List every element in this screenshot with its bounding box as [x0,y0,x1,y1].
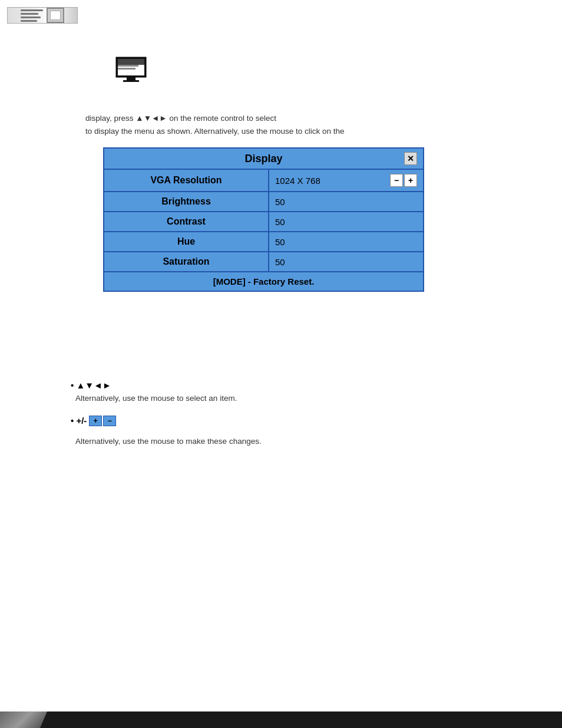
vga-minus-button[interactable]: − [390,174,403,187]
menu-label-hue: Hue [104,232,269,251]
nav-section: • ▲▼◄► Alternatively, use the mouse to s… [71,380,262,446]
svg-rect-3 [123,80,139,82]
plusminus-bullet-text: • +/- [71,416,87,426]
menu-label-vga: VGA Resolution [104,170,269,191]
factory-reset-row: [MODE] - Factory Reset. [104,272,423,291]
svg-rect-2 [127,77,135,80]
bottom-bar-accent [0,711,47,728]
contrast-value-text: 50 [275,217,285,227]
vga-plusminus: − + [390,174,417,187]
menu-value-vga: 1024 X 768 − + [269,170,423,191]
menu-row-brightness: Brightness 50 [104,192,423,212]
plusminus-inline-icons: + − [89,416,116,426]
bottom-bar [0,711,562,728]
menu-value-brightness: 50 [269,192,423,211]
menu-row-saturation: Saturation 50 [104,252,423,272]
close-button[interactable]: ✕ [404,152,417,165]
plusminus-keys-desc: Alternatively, use the mouse to make the… [75,437,262,446]
brightness-value-text: 50 [275,197,285,207]
monitor-icon [115,56,147,83]
logo-image [7,7,78,24]
menu-title: Display [123,153,404,165]
vga-value-text: 1024 X 768 [275,176,320,186]
display-menu: Display ✕ VGA Resolution 1024 X 768 − + … [103,147,424,292]
svg-rect-6 [118,68,135,70]
svg-rect-5 [118,65,138,67]
menu-value-saturation: 50 [269,252,423,271]
svg-rect-4 [118,59,144,65]
menu-row-vga: VGA Resolution 1024 X 768 − + [104,170,423,192]
hue-value-text: 50 [275,237,285,247]
plusminus-keys-item: • +/- + − [71,416,262,426]
menu-row-contrast: Contrast 50 [104,212,423,232]
saturation-value-text: 50 [275,257,285,267]
arrow-keys-item: • ▲▼◄► [71,380,262,390]
factory-reset-text: [MODE] - Factory Reset. [213,276,315,286]
logo-area [7,7,78,24]
instruction-text: display, press ▲▼◄► on the remote contro… [85,112,345,137]
arrow-keys-desc: Alternatively, use the mouse to select a… [75,394,262,403]
minus-inline-icon: − [103,416,116,426]
menu-value-hue: 50 [269,232,423,251]
menu-label-brightness: Brightness [104,192,269,211]
vga-plus-button[interactable]: + [404,174,417,187]
plus-inline-icon: + [89,416,102,426]
arrow-keys-text: • ▲▼◄► [71,380,111,390]
display-icon-area [115,56,147,84]
menu-label-saturation: Saturation [104,252,269,271]
arrow-bullet: • ▲▼◄► [71,380,111,390]
menu-label-contrast: Contrast [104,212,269,231]
menu-value-contrast: 50 [269,212,423,231]
menu-title-row: Display ✕ [104,149,423,170]
menu-row-hue: Hue 50 [104,232,423,252]
